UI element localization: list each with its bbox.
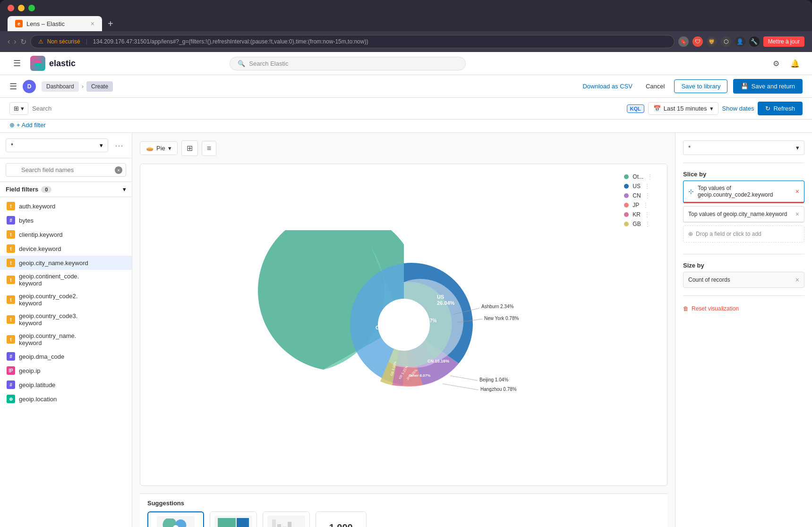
legend-dots-icon[interactable]: ⋮	[644, 183, 650, 190]
svg-rect-30	[272, 519, 276, 527]
svg-rect-31	[277, 524, 281, 527]
suggestions-title: Suggestions	[147, 500, 660, 507]
chart-option2-button[interactable]: ≡	[202, 141, 216, 156]
security-warning-icon: ⚠	[38, 38, 43, 45]
field-item[interactable]: # geoip.dma_code	[0, 349, 132, 363]
add-field-placeholder[interactable]: ⊕ Drop a field or click to add	[683, 225, 804, 242]
field-item[interactable]: t geoip.continent_code.keyword	[0, 270, 132, 290]
field-item[interactable]: t device.keyword	[0, 242, 132, 256]
suggestion-card-treemap[interactable]	[210, 511, 257, 527]
breadcrumb-dashboard[interactable]: Dashboard	[42, 81, 79, 92]
kql-badge[interactable]: KQL	[627, 104, 644, 113]
legend-dots-icon[interactable]: ⋮	[644, 211, 650, 218]
svg-text:Other 7.09%: Other 7.09%	[432, 383, 454, 387]
field-type-text-icon: t	[7, 230, 15, 239]
remove-chip1-button[interactable]: ×	[795, 188, 799, 195]
save-to-library-button[interactable]: Save to library	[674, 79, 727, 93]
traffic-light-yellow[interactable]	[18, 5, 25, 11]
reset-visualization-button[interactable]: 🗑 Reset visualization	[683, 305, 804, 312]
legend-item: Ot... ⋮	[624, 173, 653, 180]
slice-by-chip-2[interactable]: Top values of geoip.city_name.keyword ×	[683, 206, 804, 223]
new-tab-button[interactable]: +	[104, 18, 117, 29]
time-chevron-icon: ▾	[710, 105, 713, 112]
filter-type-dropdown[interactable]: ⊞ ▾	[9, 102, 28, 115]
menu-icon[interactable]: ☰	[9, 56, 25, 71]
legend-item: JP ⋮	[624, 202, 653, 208]
svg-text:CN 10.16%: CN 10.16%	[427, 359, 449, 363]
top-nav: ☰ elastic 🔍 Search Elastic ⚙ 🔔	[0, 52, 812, 75]
slice-by-chip-1[interactable]: ⊹ Top values of geoip.country_code2.keyw…	[683, 181, 804, 203]
time-picker[interactable]: 📅 Last 15 minutes ▾	[648, 102, 718, 115]
add-filter-button[interactable]: ⊕ + Add filter	[9, 121, 46, 129]
chip1-text: Top values of geoip.country_code2.keywor…	[698, 185, 792, 198]
chart-type-button[interactable]: 🥧 Pie ▾	[140, 141, 178, 155]
breadcrumb-create[interactable]: Create	[86, 81, 113, 92]
settings-icon[interactable]: ⚙	[769, 56, 784, 71]
field-name: auth.keyword	[19, 203, 55, 210]
traffic-light-green[interactable]	[28, 5, 35, 11]
field-name: geoip.country_code3.keyword	[19, 312, 77, 327]
back-button[interactable]: ‹	[8, 37, 10, 46]
field-name: geoip.dma_code	[19, 353, 64, 360]
global-search-bar[interactable]: 🔍 Search Elastic	[230, 57, 466, 70]
suggestion-card-bar[interactable]	[263, 511, 310, 527]
field-search-input[interactable]	[6, 163, 126, 177]
add-field-icon: ⊕	[688, 231, 693, 237]
reload-button[interactable]: ↻	[20, 37, 26, 46]
save-and-return-button[interactable]: 💾 Save and return	[733, 79, 803, 94]
legend-dots-icon[interactable]: ⋮	[647, 173, 653, 180]
refresh-button[interactable]: ↻ Refresh	[758, 102, 803, 115]
field-search-clear-button[interactable]: ×	[115, 166, 122, 174]
remove-size-by-button[interactable]: ×	[795, 276, 799, 284]
index-pattern-dropdown[interactable]: * ▾	[6, 138, 108, 152]
index-options-button[interactable]: ⋯	[112, 139, 126, 152]
chart-option1-button[interactable]: ⊞	[181, 140, 198, 156]
field-item[interactable]: t geoip.country_code3.keyword	[0, 310, 132, 329]
legend-dots-icon[interactable]: ⋮	[645, 192, 650, 199]
address-bar[interactable]: ⚠ Non sécurisé | 134.209.176.47:31501/ap…	[30, 35, 675, 48]
size-by-chip[interactable]: Count of records ×	[683, 272, 804, 288]
field-item-active[interactable]: t geoip.city_name.keyword	[0, 256, 132, 270]
search-input[interactable]	[32, 105, 623, 112]
svg-text:US: US	[437, 294, 444, 300]
legend-dots-icon[interactable]: ⋮	[643, 202, 649, 208]
notifications-icon[interactable]: 🔔	[787, 56, 803, 71]
remove-chip2-button[interactable]: ×	[795, 210, 799, 218]
legend-item: US ⋮	[624, 183, 653, 190]
cancel-button[interactable]: Cancel	[642, 81, 668, 92]
suggestion-card-current[interactable]: Current visualization	[147, 511, 204, 527]
svg-rect-33	[288, 522, 291, 527]
legend-label: CN	[633, 192, 641, 199]
browser-tab[interactable]: e Lens – Elastic ×	[8, 16, 102, 31]
field-item[interactable]: t geoip.country_name.keyword	[0, 329, 132, 349]
svg-text:Other 45.57%: Other 45.57%	[407, 318, 436, 323]
slice-by-section: Slice by ⊹ Top values of geoip.country_c…	[683, 171, 804, 246]
field-filters-label: Field filters	[6, 186, 38, 193]
field-item[interactable]: # bytes	[0, 213, 132, 227]
svg-text:Other 3.85%: Other 3.85%	[406, 397, 428, 401]
field-item[interactable]: t clientip.keyword	[0, 227, 132, 242]
show-dates-button[interactable]: Show dates	[722, 105, 754, 112]
field-item[interactable]: ⊕ geoip.location	[0, 392, 132, 406]
field-item[interactable]: t geoip.country_code2.keyword	[0, 290, 132, 310]
legend-item: KR ⋮	[624, 211, 653, 218]
field-filters-header[interactable]: Field filters 0 ▾	[0, 182, 132, 197]
tab-close-icon[interactable]: ×	[91, 20, 94, 27]
legend-dots-icon[interactable]: ⋮	[645, 221, 650, 227]
field-type-text-icon: t	[7, 335, 15, 344]
suggestion-card-count[interactable]: 1,000	[316, 511, 367, 527]
field-item[interactable]: t auth.keyword	[0, 199, 132, 213]
right-index-selector[interactable]: * ▾	[683, 140, 804, 155]
url-text: 134.209.176.47:31501/app/lens#?_g=(filte…	[93, 38, 368, 45]
chart-type-chevron-icon: ▾	[168, 145, 171, 152]
traffic-light-red[interactable]	[8, 5, 14, 11]
elastic-icon	[30, 56, 45, 71]
sidebar-toggle-button[interactable]: ☰	[9, 81, 17, 92]
suggestion-thumb: 1,000	[320, 516, 362, 527]
field-item[interactable]: IP geoip.ip	[0, 363, 132, 378]
download-csv-button[interactable]: Download as CSV	[579, 81, 636, 92]
field-item[interactable]: # geoip.latitude	[0, 378, 132, 392]
forward-button[interactable]: ›	[14, 37, 16, 46]
calendar-icon: 📅	[653, 105, 661, 112]
update-button[interactable]: Mettre à jour	[763, 36, 804, 47]
